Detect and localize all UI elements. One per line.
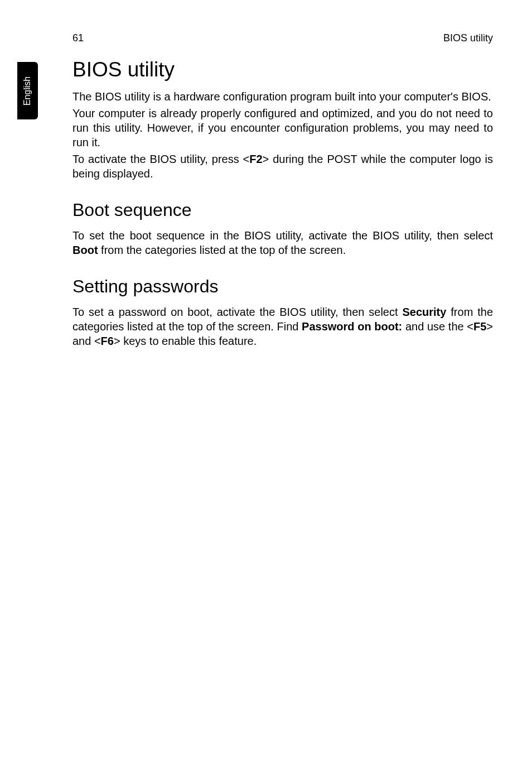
option-password-on-boot: Password on boot: xyxy=(302,320,402,333)
page-title: BIOS utility xyxy=(72,58,493,81)
text-fragment: To activate the BIOS utility, press < xyxy=(72,153,249,165)
key-f2: F2 xyxy=(249,153,262,165)
language-tab-label: English xyxy=(23,76,33,105)
intro-paragraph-3: To activate the BIOS utility, press <F2>… xyxy=(72,152,493,181)
boot-sequence-paragraph: To set the boot sequence in the BIOS uti… xyxy=(72,228,493,257)
page-content: BIOS utility The BIOS utility is a hardw… xyxy=(72,58,493,350)
intro-paragraph-2: Your computer is already properly config… xyxy=(72,106,493,150)
header-section-label: BIOS utility xyxy=(443,32,493,44)
boot-sequence-heading: Boot sequence xyxy=(72,200,493,220)
intro-paragraph-1: The BIOS utility is a hardware configura… xyxy=(72,89,493,104)
text-fragment: and use the < xyxy=(402,320,473,333)
page-header: 61 BIOS utility xyxy=(72,32,493,44)
text-fragment: > keys to enable this feature. xyxy=(114,335,257,347)
menu-boot: Boot xyxy=(72,244,98,256)
setting-passwords-heading: Setting passwords xyxy=(72,276,493,297)
menu-security: Security xyxy=(402,306,446,318)
page-number: 61 xyxy=(72,32,84,44)
setting-passwords-paragraph: To set a password on boot, activate the … xyxy=(72,305,493,348)
key-f5: F5 xyxy=(473,320,486,333)
text-fragment: To set the boot sequence in the BIOS uti… xyxy=(72,229,493,242)
page-container: English 61 BIOS utility BIOS utility The… xyxy=(0,0,532,764)
key-f6: F6 xyxy=(101,335,114,347)
language-tab: English xyxy=(17,62,38,119)
text-fragment: from the categories listed at the top of… xyxy=(98,244,346,256)
text-fragment: To set a password on boot, activate the … xyxy=(72,306,402,318)
